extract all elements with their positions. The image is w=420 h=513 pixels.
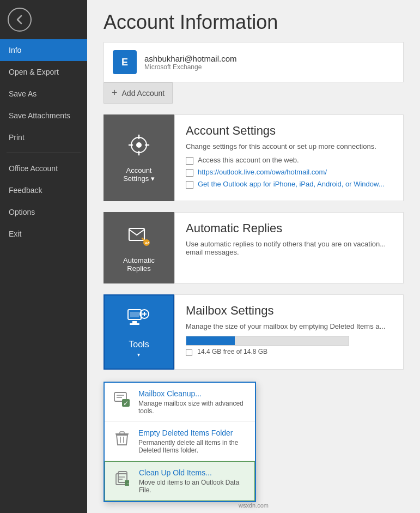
sidebar-item-open-export[interactable]: Open & Export: [0, 61, 87, 83]
account-icon: E: [113, 50, 137, 74]
storage-free-text: 14.4 GB free of 14.8 GB: [197, 348, 267, 355]
clean-up-old-desc: Move old items to an Outlook Data File.: [139, 479, 247, 494]
storage-text: 14.4 GB free of 14.8 GB: [186, 348, 392, 356]
automatic-replies-icon-box[interactable]: ↩ AutomaticReplies: [104, 212, 174, 283]
svg-text:✓: ✓: [123, 400, 129, 407]
account-settings-title: Account Settings: [186, 124, 392, 138]
clean-up-old-text: Clean Up Old Items... Move old items to …: [139, 468, 247, 494]
bullet-icon: [186, 157, 193, 165]
account-type: Microsoft Exchange: [144, 63, 394, 71]
automatic-replies-content: Automatic Replies Use automatic replies …: [174, 212, 404, 283]
mailbox-cleanup-text: Mailbox Cleanup... Manage mailbox size w…: [138, 389, 247, 415]
clean-up-old-title: Clean Up Old Items...: [139, 468, 247, 477]
tools-dropdown-arrow: ▾: [137, 352, 140, 358]
sidebar-item-options[interactable]: Options: [0, 201, 87, 223]
mailbox-settings-section: Tools ▾ Mailbox Settings Manage the size…: [104, 294, 404, 370]
account-settings-icon-box[interactable]: AccountSettings ▾: [104, 114, 174, 201]
svg-point-1: [136, 142, 142, 148]
back-icon: [8, 8, 32, 32]
storage-progress-fill: [186, 336, 235, 345]
sidebar-item-info[interactable]: Info: [0, 39, 87, 61]
back-button[interactable]: [4, 4, 35, 35]
sidebar-item-feedback[interactable]: Feedback: [0, 179, 87, 201]
svg-text:→: →: [126, 481, 131, 486]
account-settings-icon: [127, 133, 151, 162]
mailbox-cleanup-desc: Manage mailbox size with advanced tools.: [138, 400, 247, 415]
account-email: ashbukhari@hotmail.com: [144, 54, 394, 63]
mailbox-cleanup-item[interactable]: ✓ Mailbox Cleanup... Manage mailbox size…: [105, 383, 255, 422]
svg-text:↩: ↩: [145, 240, 149, 246]
clean-up-old-icon: →: [113, 468, 132, 488]
access-web-text: Access this account on the web.: [198, 156, 299, 164]
bullet-icon-3: [186, 181, 193, 189]
tools-icon: [127, 306, 151, 335]
svg-rect-10: [130, 312, 139, 317]
sidebar-item-exit[interactable]: Exit: [0, 223, 87, 245]
svg-rect-11: [132, 321, 137, 323]
sidebar-item-office-account[interactable]: Office Account: [0, 158, 87, 179]
outlook-link[interactable]: https://outlook.live.com/owa/hotmail.com…: [198, 168, 327, 176]
account-details: ashbukhari@hotmail.com Microsoft Exchang…: [144, 54, 394, 71]
account-settings-label: AccountSettings ▾: [123, 166, 155, 183]
automatic-replies-section: ↩ AutomaticReplies Automatic Replies Use…: [104, 212, 404, 283]
empty-deleted-text: Empty Deleted Items Folder Permanently d…: [138, 428, 247, 454]
bullet-icon-2: [186, 169, 193, 177]
account-row: E ashbukhari@hotmail.com Microsoft Excha…: [104, 42, 404, 82]
account-settings-link1: Access this account on the web.: [186, 156, 392, 165]
watermark: wsxdn.com: [87, 502, 420, 509]
add-account-label: Add Account: [122, 89, 165, 98]
svg-rect-22: [120, 432, 124, 434]
storage-bullet: [186, 349, 192, 356]
page-title: Account Information: [104, 11, 404, 34]
account-settings-section: AccountSettings ▾ Account Settings Chang…: [104, 114, 404, 201]
mailbox-cleanup-icon: ✓: [112, 389, 132, 409]
sidebar-divider: [7, 153, 81, 153]
account-settings-link2: https://outlook.live.com/owa/hotmail.com…: [186, 168, 392, 177]
account-settings-content: Account Settings Change settings for thi…: [174, 114, 404, 201]
clean-up-old-item[interactable]: → Clean Up Old Items... Move old items t…: [105, 461, 255, 501]
mailbox-settings-title: Mailbox Settings: [186, 304, 392, 318]
sidebar: Info Open & Export Save As Save Attachme…: [0, 0, 87, 513]
empty-deleted-title: Empty Deleted Items Folder: [138, 428, 247, 437]
tools-dropdown-menu: ✓ Mailbox Cleanup... Manage mailbox size…: [104, 382, 256, 502]
automatic-replies-label: AutomaticReplies: [123, 256, 155, 273]
tools-label: Tools: [129, 340, 149, 349]
account-settings-desc: Change settings for this account or set …: [186, 142, 392, 150]
add-icon: +: [112, 87, 118, 99]
account-settings-link3: Get the Outlook app for iPhone, iPad, An…: [186, 180, 392, 189]
empty-deleted-item[interactable]: Empty Deleted Items Folder Permanently d…: [105, 422, 255, 461]
automatic-replies-icon: ↩: [127, 223, 151, 252]
tools-icon-box[interactable]: Tools ▾: [104, 294, 174, 370]
mailbox-settings-content: Mailbox Settings Manage the size of your…: [174, 294, 404, 370]
main-body: E ashbukhari@hotmail.com Microsoft Excha…: [87, 42, 420, 397]
automatic-replies-title: Automatic Replies: [186, 221, 392, 236]
main-content: Account Information E ashbukhari@hotmail…: [87, 0, 420, 513]
sidebar-item-print[interactable]: Print: [0, 126, 87, 148]
automatic-replies-desc: Use automatic replies to notify others t…: [186, 240, 392, 256]
sidebar-item-save-as[interactable]: Save As: [0, 83, 87, 105]
empty-deleted-desc: Permanently delete all items in the Dele…: [138, 439, 247, 454]
get-app-link[interactable]: Get the Outlook app for iPhone, iPad, An…: [198, 180, 385, 188]
storage-progress-bar: [186, 336, 349, 346]
tools-label-area: Tools ▾: [129, 340, 149, 358]
watermark-text: wsxdn.com: [239, 502, 269, 509]
main-header: Account Information: [87, 0, 420, 42]
mailbox-settings-desc: Manage the size of your mailbox by empty…: [186, 322, 392, 330]
sidebar-item-save-attachments[interactable]: Save Attachments: [0, 105, 87, 126]
empty-deleted-icon: [112, 428, 132, 448]
add-account-button[interactable]: + Add Account: [104, 82, 173, 104]
mailbox-cleanup-title: Mailbox Cleanup...: [138, 389, 247, 398]
svg-rect-12: [130, 323, 139, 325]
